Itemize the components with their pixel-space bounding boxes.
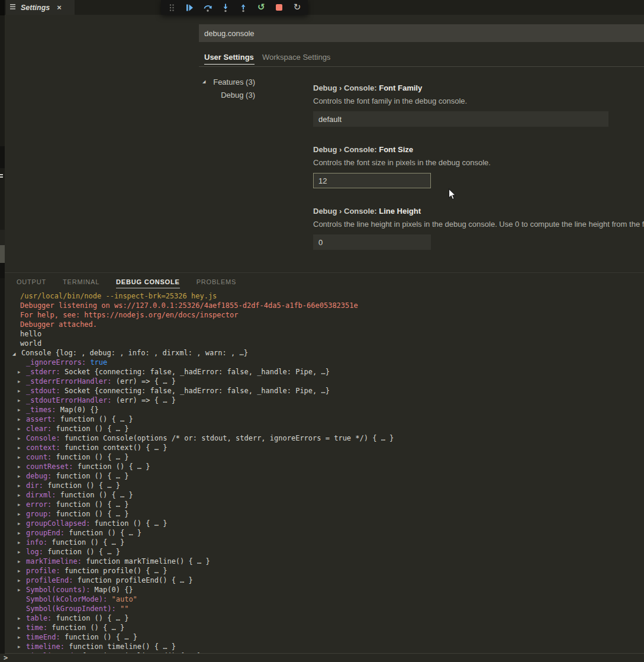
console-text-key: count:: [26, 453, 56, 461]
reload-icon[interactable]: ↻: [292, 2, 302, 13]
console-line[interactable]: ▸dir: function () { … }: [5, 481, 644, 490]
panel-tab-output[interactable]: OUTPUT: [17, 278, 46, 288]
gripper-icon[interactable]: [166, 2, 177, 13]
console-line[interactable]: ▸_stderrErrorHandler: (err) => { … }: [5, 377, 644, 386]
console-line[interactable]: ▸_stdoutErrorHandler: (err) => { … }: [5, 396, 644, 405]
panel-tab-terminal[interactable]: TERMINAL: [63, 278, 99, 288]
step-into-icon[interactable]: [220, 2, 231, 13]
expand-icon[interactable]: ▸: [18, 577, 21, 584]
expand-icon[interactable]: ▸: [18, 454, 21, 461]
console-text-key: _stderr:: [26, 368, 65, 376]
console-line[interactable]: ▸groupCollapsed: function () { … }: [5, 519, 644, 528]
console-line[interactable]: ▸assert: function () { … }: [5, 414, 644, 424]
expand-icon[interactable]: ▸: [18, 387, 21, 394]
expand-icon[interactable]: ▸: [18, 653, 21, 653]
expand-icon[interactable]: ▸: [18, 558, 21, 565]
console-text-plain: Socket {connecting: false, _hadError: fa…: [65, 368, 330, 376]
expand-icon[interactable]: ▸: [18, 406, 21, 413]
console-text-key: timelineEnd:: [26, 652, 82, 653]
console-line[interactable]: ▸error: function () { … }: [5, 500, 644, 509]
expand-icon[interactable]: ▸: [18, 397, 21, 404]
console-text-plain: function () { … }: [56, 472, 129, 480]
console-line[interactable]: ▸Symbol(counts): Map(0) {}: [5, 585, 644, 594]
setting-value-input[interactable]: [313, 173, 431, 188]
expand-icon[interactable]: ▸: [18, 416, 21, 423]
console-text-err: Debugger attached.: [20, 320, 97, 329]
console-input-row[interactable]: >: [0, 654, 644, 662]
expand-icon[interactable]: ▸: [18, 586, 21, 593]
setting-value-input[interactable]: [313, 111, 608, 127]
restart-icon[interactable]: ↺: [256, 2, 266, 13]
console-line[interactable]: ▸timelineEnd: function timelineEnd() { ……: [5, 651, 644, 653]
console-line[interactable]: ▸Console: function Console(options /* or…: [5, 433, 644, 443]
console-line[interactable]: ▸_times: Map(0) {}: [5, 405, 644, 414]
console-line[interactable]: ▸markTimeline: function markTimeline() {…: [5, 557, 644, 566]
expand-icon[interactable]: ▸: [18, 491, 21, 499]
expand-icon[interactable]: ▸: [18, 473, 21, 480]
expand-icon[interactable]: ▸: [18, 435, 21, 442]
console-text-plain: function () { … }: [51, 538, 124, 547]
expand-icon[interactable]: ▸: [18, 520, 21, 527]
expand-icon[interactable]: ▸: [18, 368, 21, 375]
expand-icon[interactable]: ▸: [18, 567, 21, 574]
step-out-icon[interactable]: [238, 2, 249, 13]
expand-icon[interactable]: ▸: [18, 539, 21, 546]
expand-icon[interactable]: ▸: [18, 482, 21, 489]
settings-search-input[interactable]: [199, 24, 644, 42]
stop-icon[interactable]: [274, 2, 285, 13]
console-line[interactable]: ▸count: function () { … }: [5, 452, 644, 462]
collapse-icon[interactable]: ◢: [202, 79, 205, 84]
console-line[interactable]: ▸group: function () { … }: [5, 509, 644, 519]
console-text-str: "auto": [112, 595, 137, 603]
setting-category: Debug › Console:: [313, 207, 379, 216]
close-icon[interactable]: ×: [57, 4, 62, 11]
step-over-icon[interactable]: [202, 2, 213, 13]
console-line[interactable]: ▸dirxml: function () { … }: [5, 490, 644, 500]
console-text-key: groupEnd:: [26, 529, 69, 537]
continue-icon[interactable]: [184, 2, 195, 13]
console-line[interactable]: ▸_stdout: Socket {connecting: false, _ha…: [5, 386, 644, 396]
strip-scroll-handle[interactable]: [0, 245, 5, 263]
console-line[interactable]: ▸table: function () { … }: [5, 613, 644, 623]
tab-settings[interactable]: Settings ×: [6, 0, 75, 15]
tab-user-settings[interactable]: User Settings: [204, 53, 254, 62]
toc-item-features[interactable]: ◢ Features (3): [201, 78, 255, 86]
panel-tab-debug-console[interactable]: DEBUG CONSOLE: [116, 278, 180, 288]
expand-icon[interactable]: ▸: [18, 378, 21, 385]
setting-value-input[interactable]: [313, 234, 431, 250]
expand-icon[interactable]: ▸: [18, 548, 21, 555]
console-line[interactable]: ▸debug: function () { … }: [5, 471, 644, 481]
panel-tab-problems[interactable]: PROBLEMS: [197, 278, 237, 288]
mouse-cursor: [448, 188, 456, 203]
console-line[interactable]: ▸timeline: function timeline() { … }: [5, 642, 644, 651]
console-line[interactable]: ▸_stderr: Socket {connecting: false, _ha…: [5, 367, 644, 377]
console-text-plain: function () { … }: [60, 415, 133, 423]
console-line[interactable]: ▸profileEnd: function profileEnd() { … }: [5, 576, 644, 585]
toc-item-debug[interactable]: Debug (3): [201, 91, 255, 99]
expand-icon[interactable]: ▸: [18, 444, 21, 451]
collapse-icon[interactable]: ◢: [12, 351, 15, 358]
expand-icon[interactable]: ▸: [18, 615, 21, 622]
strip-segment: [0, 230, 5, 245]
console-line[interactable]: ▸groupEnd: function () { … }: [5, 528, 644, 538]
expand-icon[interactable]: ▸: [18, 529, 21, 536]
expand-icon[interactable]: ▸: [18, 624, 21, 631]
tab-workspace-settings[interactable]: Workspace Settings: [262, 53, 330, 62]
expand-icon[interactable]: ▸: [18, 634, 21, 641]
console-line[interactable]: ▸context: function context() { … }: [5, 443, 644, 452]
console-line[interactable]: ▸profile: function profile() { … }: [5, 566, 644, 576]
expand-icon[interactable]: ▸: [18, 425, 21, 432]
console-line[interactable]: ▸countReset: function () { … }: [5, 462, 644, 471]
console-line[interactable]: ◢Console {log: , debug: , info: , dirxml…: [5, 348, 644, 358]
console-line[interactable]: ▸info: function () { … }: [5, 538, 644, 547]
console-text-plain: function () { … }: [60, 491, 133, 499]
expand-icon[interactable]: ▸: [18, 463, 21, 470]
console-line[interactable]: ▸timeEnd: function () { … }: [5, 632, 644, 642]
expand-icon[interactable]: ▸: [18, 643, 21, 650]
console-line[interactable]: ▸clear: function () { … }: [5, 424, 644, 433]
stop-square: [276, 4, 282, 11]
console-line[interactable]: ▸time: function () { … }: [5, 623, 644, 632]
expand-icon[interactable]: ▸: [18, 501, 21, 508]
expand-icon[interactable]: ▸: [18, 510, 21, 518]
console-line[interactable]: ▸log: function () { … }: [5, 547, 644, 557]
